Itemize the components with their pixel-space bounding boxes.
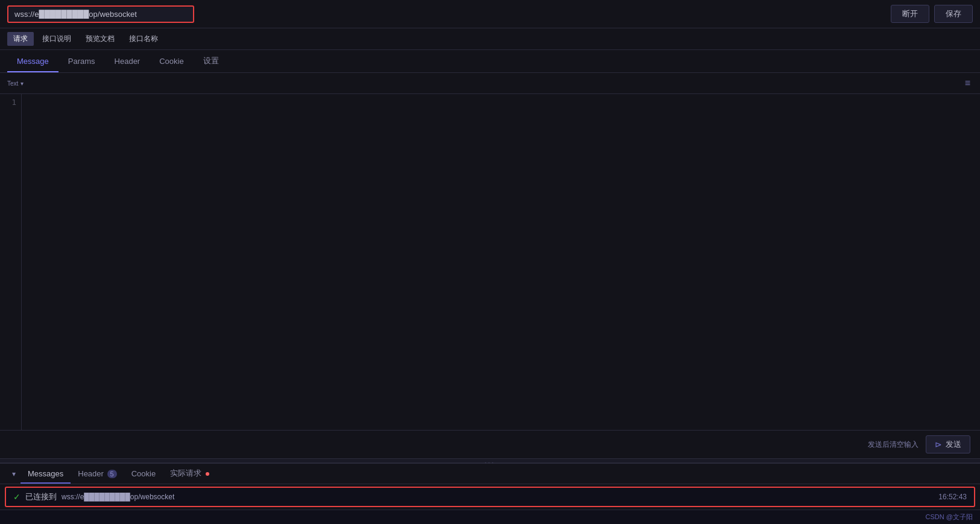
tab-params[interactable]: Params [58,51,105,72]
send-btn-label: 发送 [946,439,961,450]
editor-toolbar-right: ≡ [963,77,973,90]
url-wrapper [7,5,194,23]
send-area: 发送后清空输入 ⊳ 发送 [0,430,980,458]
header-count-badge: 5 [107,470,117,478]
status-time: 16:52:43 [938,493,967,501]
clear-after-send-label: 发送后清空输入 [868,440,918,450]
main-tabs-bar: Message Params Header Cookie 设置 [0,50,980,73]
sub-tab-interface-desc[interactable]: 接口说明 [36,32,77,46]
resize-handle[interactable]: ... [0,458,980,463]
text-type-selector[interactable]: Text ▾ [7,80,24,87]
code-editor: 1 [0,94,980,430]
sub-tab-preview-doc[interactable]: 预览文档 [80,32,121,46]
actual-request-dot [206,472,209,476]
line-numbers: 1 [0,94,22,430]
line-number-1: 1 [5,96,16,109]
tab-cookie[interactable]: Cookie [150,51,193,72]
save-button[interactable]: 保存 [934,5,973,23]
tab-message[interactable]: Message [7,51,58,72]
bottom-panel: ▾ Messages Header 5 Cookie 实际请求 ✓ 已连接到 w… [0,463,980,510]
status-text: 已连接到 [25,491,57,502]
bottom-tab-actual-request[interactable]: 实际请求 [163,464,217,484]
send-button[interactable]: ⊳ 发送 [926,435,970,453]
text-type-label: Text [7,80,18,87]
status-row: ✓ 已连接到 wss://e█████████op/websocket 16:5… [5,487,975,507]
bottom-tab-messages[interactable]: Messages [21,465,71,484]
bottom-tab-cookie[interactable]: Cookie [124,465,163,484]
chevron-down-icon: ▾ [21,80,24,87]
bottom-tabs-bar: ▾ Messages Header 5 Cookie 实际请求 [0,464,980,484]
bottom-tab-header[interactable]: Header 5 [71,465,124,484]
url-input[interactable] [7,5,194,23]
send-icon: ⊳ [935,440,942,449]
actual-request-label: 实际请求 [170,469,201,478]
editor-area: Text ▾ ≡ 1 [0,73,980,430]
status-url: wss://e█████████op/websocket [62,493,174,501]
code-textarea[interactable] [22,94,980,430]
top-bar: 断开 保存 [0,0,980,28]
tab-settings[interactable]: 设置 [194,50,229,73]
footer-bar: CSDN @文子阳 [0,510,980,524]
status-left: ✓ 已连接到 wss://e█████████op/websocket [13,491,174,502]
connected-icon: ✓ [13,492,21,502]
sub-tab-request[interactable]: 请求 [7,32,34,46]
footer-text: CSDN @文子阳 [926,513,973,522]
tab-header[interactable]: Header [105,51,150,72]
editor-toolbar: Text ▾ ≡ [0,73,980,94]
sub-tabs-bar: 请求 接口说明 预览文档 接口名称 [0,28,980,50]
sub-tab-interface-name[interactable]: 接口名称 [123,32,164,46]
bottom-panel-toggle[interactable]: ▾ [7,466,21,482]
format-icon[interactable]: ≡ [963,77,973,90]
disconnect-button[interactable]: 断开 [891,5,929,23]
bottom-tab-header-label: Header [78,469,104,478]
